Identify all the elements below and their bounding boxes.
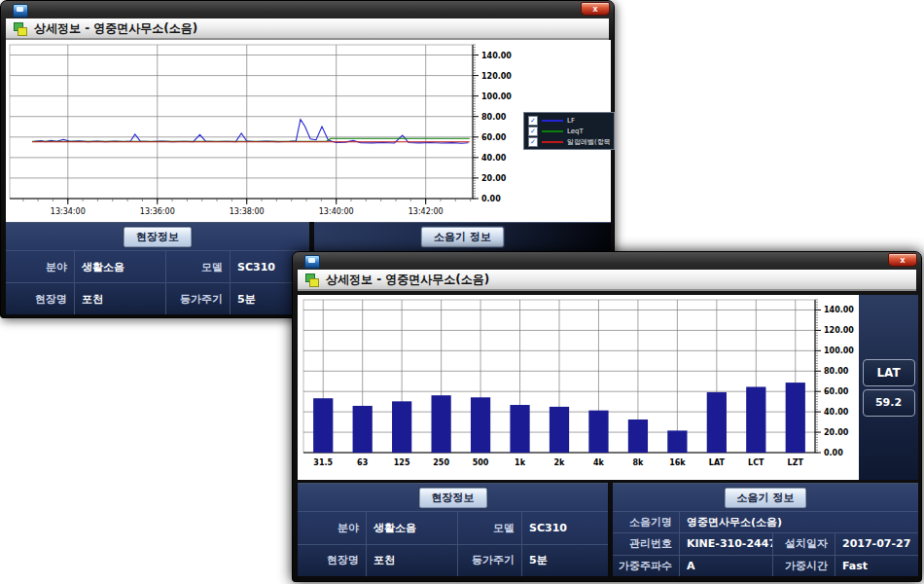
legend-line-swatch xyxy=(542,141,563,143)
window-title: 상세정보 - 영중면사무소(소음) xyxy=(326,272,489,288)
cascade-windows-icon xyxy=(305,274,319,286)
svg-text:2k: 2k xyxy=(554,458,566,467)
field-value: 생활소음 xyxy=(366,511,457,544)
svg-text:13:38:00: 13:38:00 xyxy=(230,207,265,216)
svg-text:120.00: 120.00 xyxy=(481,72,512,81)
field-label: 가중주파수 xyxy=(613,555,679,576)
field-label: 가중시간 xyxy=(772,555,835,576)
bar-chart-region: 0.0020.0040.0060.0080.00100.00120.00140.… xyxy=(298,295,859,480)
site-info-table: 분야 생활소음 모델 SC310 현장명 포천 등가주기 5분 xyxy=(298,511,608,576)
meter-info-button[interactable]: 소음기 정보 xyxy=(421,227,504,247)
svg-text:13:42:00: 13:42:00 xyxy=(409,207,444,216)
svg-text:125: 125 xyxy=(394,458,410,467)
readout-label: LAT xyxy=(863,359,915,386)
svg-text:63: 63 xyxy=(357,458,368,467)
bar-31.5 xyxy=(313,398,333,453)
svg-text:20.00: 20.00 xyxy=(481,174,507,183)
svg-text:40.00: 40.00 xyxy=(481,154,507,163)
field-label: 관리번호 xyxy=(613,532,679,554)
app-icon[interactable] xyxy=(13,4,28,18)
bar-LAT xyxy=(707,392,727,453)
site-info-table: 분야 생활소음 모델 SC310 현장명 포천 등가주기 5분 xyxy=(6,250,309,314)
legend-line-swatch xyxy=(542,120,563,122)
window-title: 상세정보 - 영중면사무소(소음) xyxy=(34,20,197,37)
bar-63 xyxy=(353,406,373,453)
title-bar[interactable]: 상세정보 - 영중면사무소(소음) xyxy=(6,18,609,40)
cascade-windows-icon xyxy=(14,22,27,35)
bar-125 xyxy=(392,401,411,453)
desktop: x 상세정보 - 영중면사무소(소음) 13:34:0013:36:0013:3… xyxy=(0,0,924,584)
bar-16k xyxy=(667,430,687,453)
svg-text:0.00: 0.00 xyxy=(824,449,843,457)
legend-checkbox[interactable]: ✓ xyxy=(528,137,538,147)
field-value: 포천 xyxy=(366,544,457,577)
field-label: 현장명 xyxy=(298,544,366,577)
close-button[interactable]: x xyxy=(581,2,610,16)
chart-legend: ✓LF✓LeqT✓알람레벨(항목2) xyxy=(523,112,615,150)
site-info-button[interactable]: 현장정보 xyxy=(124,227,192,247)
field-value: 영중면사무소(소음) xyxy=(679,511,918,532)
svg-text:4k: 4k xyxy=(593,458,605,467)
field-value: 2017-07-27 xyxy=(835,532,918,554)
svg-text:100.00: 100.00 xyxy=(481,92,512,101)
bar-chart: 0.0020.0040.0060.0080.00100.00120.00140.… xyxy=(298,295,859,480)
bar-LZT xyxy=(786,383,805,453)
svg-text:100.00: 100.00 xyxy=(824,347,854,355)
field-label: 소음기명 xyxy=(613,511,679,532)
bar-500 xyxy=(471,397,490,453)
svg-text:80.00: 80.00 xyxy=(481,113,507,122)
bar-4k xyxy=(588,411,608,453)
field-value: 생활소음 xyxy=(74,250,165,282)
field-label: 모델 xyxy=(457,511,521,544)
line-chart: 13:34:0013:36:0013:38:0013:40:0013:42:00… xyxy=(6,40,611,222)
line-chart-region: 13:34:0013:36:0013:38:0013:40:0013:42:00… xyxy=(6,40,611,222)
legend-item: ✓알람레벨(항목2) xyxy=(528,137,610,146)
legend-checkbox[interactable]: ✓ xyxy=(528,127,538,136)
site-info-panel: 현장정보 분야 생활소음 모델 SC310 현장명 포천 등가주기 5분 xyxy=(298,483,608,576)
close-button[interactable]: x xyxy=(888,253,917,267)
meter-info-button[interactable]: 소음기 정보 xyxy=(725,488,807,508)
readout-column: LAT 59.2 xyxy=(859,295,918,480)
svg-text:31.5: 31.5 xyxy=(313,458,333,467)
field-value: 5분 xyxy=(521,544,608,577)
meter-info-table: 소음기명 영중면사무소(소음) 관리번호 KINE-310-244744 설치일… xyxy=(613,511,918,576)
svg-text:140.00: 140.00 xyxy=(481,52,512,60)
meter-info-panel: 소음기 정보 소음기명 영중면사무소(소음) 관리번호 KINE-310-244… xyxy=(613,483,918,576)
field-label: 분야 xyxy=(6,250,74,282)
svg-text:60.00: 60.00 xyxy=(824,387,849,396)
app-icon[interactable] xyxy=(304,255,320,269)
bar-1k xyxy=(510,405,529,453)
bar-8k xyxy=(628,420,648,453)
field-label: 등가주기 xyxy=(457,544,521,577)
series-LeqT xyxy=(32,138,470,141)
field-label: 분야 xyxy=(298,511,366,544)
svg-text:1k: 1k xyxy=(515,458,526,467)
svg-text:0.00: 0.00 xyxy=(481,195,501,203)
svg-text:8k: 8k xyxy=(632,458,644,467)
legend-label: LeqT xyxy=(567,128,584,135)
field-value: KINE-310-244744 xyxy=(679,532,772,554)
legend-line-swatch xyxy=(542,130,563,132)
svg-text:250: 250 xyxy=(433,458,449,467)
series-LF xyxy=(34,120,468,144)
svg-text:20.00: 20.00 xyxy=(824,428,849,437)
svg-text:LZT: LZT xyxy=(788,458,804,467)
title-bar[interactable]: 상세정보 - 영중면사무소(소음) xyxy=(298,270,916,291)
field-label: 등가주기 xyxy=(165,282,230,314)
readout-value: 59.2 xyxy=(863,389,915,417)
front-window: x 상세정보 - 영중면사무소(소음) 0.0020.0040.0060.008… xyxy=(292,251,922,582)
svg-text:500: 500 xyxy=(473,458,489,467)
svg-text:16k: 16k xyxy=(669,458,686,467)
svg-text:13:36:00: 13:36:00 xyxy=(140,207,175,216)
field-value: SC310 xyxy=(521,511,608,544)
legend-label: LF xyxy=(567,117,575,125)
field-label: 현장명 xyxy=(6,282,74,314)
bar-2k xyxy=(550,407,569,453)
svg-text:13:40:00: 13:40:00 xyxy=(319,207,354,216)
legend-checkbox[interactable]: ✓ xyxy=(528,116,538,126)
front-bottom-region: 현장정보 분야 생활소음 모델 SC310 현장명 포천 등가주기 5분 소음기… xyxy=(298,483,918,576)
site-info-button[interactable]: 현장정보 xyxy=(419,488,487,508)
field-label: 설치일자 xyxy=(772,532,835,554)
field-label: 모델 xyxy=(165,250,230,282)
bar-LCT xyxy=(746,386,765,453)
